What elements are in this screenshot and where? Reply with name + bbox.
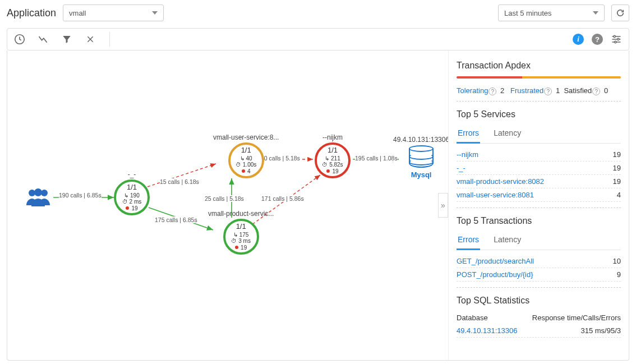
top-services-title: Top 5 Services (457, 109, 621, 119)
node-metric: ↳ 40 (240, 155, 252, 162)
database-icon (409, 145, 434, 169)
clear-button[interactable] (84, 33, 97, 46)
list-item: POST_/product/buy/{id}9 (457, 268, 621, 282)
apdex-tolerating-link[interactable]: Tolerating (457, 86, 488, 95)
node-errors: 19 (241, 245, 247, 251)
tab-errors[interactable]: Errors (457, 125, 480, 144)
node-metric: ⏱ 3 ms (231, 238, 250, 245)
edge-label: 190 calls | 6.85s (59, 192, 102, 199)
help-icon[interactable]: ? (488, 87, 496, 95)
svg-point-13 (34, 188, 42, 196)
refresh-icon (616, 8, 625, 17)
list-item: --nijkm19 (457, 148, 621, 162)
list-item: vmall-product-service:808219 (457, 175, 621, 188)
help-icon[interactable]: ? (592, 87, 600, 95)
chevron-down-icon (152, 11, 158, 15)
edge-label: 15 calls | 6.18s (160, 178, 199, 185)
help-icon[interactable]: ? (544, 87, 552, 95)
node-metric: ↳ 175 (233, 232, 248, 238)
funnel-icon (62, 34, 72, 44)
trend-down-icon (38, 34, 49, 45)
users-node[interactable] (24, 187, 52, 209)
help-button[interactable]: ? (591, 33, 604, 46)
edge-label: 195 calls | 1.08s (355, 155, 398, 162)
application-select-value: vmall (69, 9, 86, 17)
node-errors: 4 (247, 168, 251, 175)
transaction-link[interactable]: GET_/product/searchAll (457, 257, 534, 265)
list-item-value: 315 ms/95/3 (580, 326, 621, 335)
edge-label: 175 calls | 6.85s (155, 216, 197, 223)
top-tx-tabs: Errors Latency (457, 232, 621, 250)
node-nijkm[interactable]: --nijkm 1/1 ↳ 211 ⏱ 5.82s 19 (315, 133, 351, 178)
stats-sidebar: Transaction Apdex Tolerating? 2 Frustrat… (448, 50, 629, 360)
settings-sliders-button[interactable] (610, 33, 623, 46)
filter-button[interactable] (60, 33, 73, 46)
service-link[interactable]: --nijkm (457, 150, 478, 159)
service-link[interactable]: -_- (457, 164, 466, 172)
edge-label: 25 calls | 5.18s (205, 195, 244, 202)
node-metric: ⏱ 2 ms (122, 199, 141, 205)
tab-latency[interactable]: Latency (492, 232, 522, 250)
time-range-value: Last 5 minutes (504, 9, 552, 17)
node-fraction: 1/1 (127, 183, 137, 192)
time-mode-button[interactable] (13, 33, 26, 46)
tab-errors[interactable]: Errors (457, 232, 480, 250)
time-range-select[interactable]: Last 5 minutes (498, 4, 605, 21)
list-item: GET_/product/searchAll10 (457, 255, 621, 268)
tab-latency[interactable]: Latency (492, 125, 522, 143)
list-item-value: 19 (613, 177, 621, 186)
canvas-toolbar: i ? (7, 28, 629, 50)
sql-col-metrics: Response time/Calls/Errors (532, 314, 621, 322)
node-label: -_- (114, 171, 150, 178)
refresh-button[interactable] (611, 4, 629, 21)
apdex-title: Transaction Apdex (457, 61, 621, 71)
node-gateway[interactable]: -_- 1/1 ↳ 190 ⏱ 2 ms 19 (114, 171, 150, 215)
apdex-bar (457, 76, 621, 79)
node-label: 49.4.10.131:13306 (393, 136, 448, 144)
service-link[interactable]: vmall-product-service:8082 (457, 177, 544, 186)
clock-icon (13, 33, 26, 45)
list-item: 49.4.10.131:13306315 ms/95/3 (457, 324, 621, 338)
sql-col-database: Database (457, 314, 488, 322)
list-item: vmall-user-service:80814 (457, 188, 621, 202)
node-mysql[interactable]: 49.4.10.131:13306 Mysql (393, 136, 448, 179)
trend-button[interactable] (36, 33, 50, 46)
help-icon: ? (592, 34, 603, 45)
node-label: vmall-user-service:8... (213, 133, 279, 141)
sidebar-collapse-button[interactable]: » (438, 193, 448, 218)
database-link[interactable]: 49.4.10.131:13306 (457, 326, 517, 335)
application-select[interactable]: vmall (63, 4, 164, 21)
node-user-service[interactable]: vmall-user-service:8... 1/1 ↳ 40 ⏱ 1.00s… (213, 133, 279, 178)
node-fraction: 1/1 (241, 146, 251, 155)
transaction-link[interactable]: POST_/product/buy/{id} (457, 270, 533, 279)
node-metric: ↳ 190 (124, 192, 139, 199)
node-errors: 19 (332, 168, 338, 175)
list-item-value: 4 (617, 191, 621, 199)
node-label: vmall-product-servic... (208, 210, 274, 218)
node-fraction: 1/1 (328, 146, 338, 155)
top-services-tabs: Errors Latency (457, 125, 621, 144)
chevron-right-double-icon: » (441, 201, 445, 210)
node-label: --nijkm (315, 133, 351, 141)
sliders-icon (611, 34, 622, 45)
node-metric: ⏱ 5.82s (322, 162, 343, 168)
list-item-value: 19 (613, 150, 621, 159)
node-metric: ⏱ 1.00s (236, 162, 256, 168)
close-icon (86, 35, 95, 44)
service-link[interactable]: vmall-user-service:8081 (457, 191, 534, 199)
node-errors: 19 (131, 205, 137, 212)
list-item-value: 9 (617, 270, 621, 279)
info-button[interactable]: i (572, 33, 585, 46)
apdex-satisfied-label: Satisfied (564, 86, 592, 95)
apdex-frustrated-link[interactable]: Frustrated (510, 86, 543, 95)
topology-canvas[interactable]: 190 calls | 6.85s 15 calls | 6.18s 175 c… (7, 50, 448, 360)
apdex-satisfied-val: 0 (604, 86, 608, 95)
apdex-tolerating-val: 2 (500, 86, 504, 95)
top-tx-title: Top 5 Transactions (457, 216, 621, 226)
info-icon: i (573, 34, 584, 45)
list-item-value: 10 (613, 257, 621, 265)
chevron-down-icon (593, 11, 598, 15)
svg-point-3 (615, 41, 616, 43)
application-label: Application (7, 7, 56, 19)
node-product-service[interactable]: vmall-product-servic... 1/1 ↳ 175 ⏱ 3 ms… (208, 210, 274, 255)
